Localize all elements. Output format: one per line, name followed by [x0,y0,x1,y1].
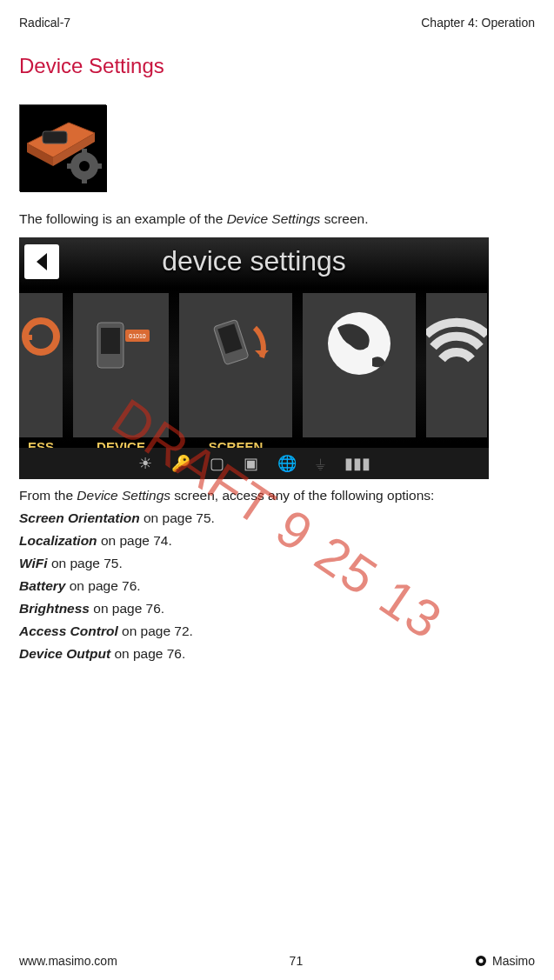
tile-wifi[interactable]: W [426,293,487,437]
svg-text:01010: 01010 [129,333,146,339]
option-access-control: Access Control on page 72. [19,623,535,639]
svg-rect-10 [93,163,102,169]
option-wifi: WiFi on page 75. [19,556,535,571]
option-device-output: Device Output on page 76. [19,646,535,662]
intro-post: screen. [320,211,368,226]
page-footer: www.masimo.com 71 Masimo [19,954,535,968]
header-right: Chapter 4: Operation [421,16,535,30]
svg-point-22 [478,959,483,963]
tile-screen-orientation[interactable]: SCREENORIENTATION [179,293,292,437]
options-intro: From the Device Settings screen, access … [19,488,535,503]
options-intro-em: Device Settings [77,488,170,503]
back-arrow-icon [30,250,54,274]
footer-url: www.masimo.com [19,954,117,968]
svg-rect-12 [23,335,32,340]
footer-brand: Masimo [475,954,535,968]
svg-point-6 [79,161,90,171]
tile-localization[interactable]: LOCALIZATION [303,293,416,437]
svg-rect-14 [101,328,120,354]
globe-icon [303,293,416,415]
svg-marker-19 [255,350,269,357]
svg-rect-4 [43,131,67,143]
back-button[interactable] [24,244,59,279]
device-settings-screenshot: device settings ESSTROL 01010 DEVICEOUTP… [19,237,489,479]
brightness-icon: ☀ [138,454,152,473]
footer-page-number: 71 [290,954,304,968]
device-icon: ▢ [210,454,224,473]
screenshot-status-bar: ☀ 🔑 ▢ ▣ 🌐 ⏚ ▮▮▮ [19,448,489,479]
intro-pre: The following is an example of the [19,211,227,226]
option-brightness: Brightness on page 76. [19,601,535,617]
section-title: Device Settings [19,54,535,78]
device-output-icon: 01010 [73,293,169,415]
svg-rect-8 [82,175,87,183]
key-icon [19,293,63,415]
page-root: Radical-7 Chapter 4: Operation Device Se… [0,0,554,980]
option-battery: Battery on page 76. [19,578,535,594]
header-left: Radical-7 [19,16,70,30]
wifi-icon [426,293,487,415]
masimo-logo-icon [475,955,487,967]
screenshot-title: device settings [162,245,346,277]
options-intro-post: screen, access any of the following opti… [170,488,434,503]
footer-brand-text: Masimo [492,954,535,968]
svg-rect-7 [82,149,87,157]
battery-status-icon: ▮▮▮ [344,454,370,473]
option-localization: Localization on page 74. [19,533,535,549]
tile-device-output[interactable]: 01010 DEVICEOUTPUT [73,293,169,437]
screenshot-titlebar: device settings [19,237,489,288]
svg-rect-9 [67,163,76,169]
lock-icon: 🔑 [171,454,190,473]
options-intro-pre: From the [19,488,77,503]
screen-orientation-icon [179,293,292,415]
intro-text: The following is an example of the Devic… [19,209,535,229]
intro-em: Device Settings [227,211,321,226]
tile-access-control[interactable]: ESSTROL [19,293,63,437]
screen-icon: ▣ [244,454,258,473]
page-header: Radical-7 Chapter 4: Operation [19,16,535,30]
screenshot-tiles-row: ESSTROL 01010 DEVICEOUTPUT [19,288,489,443]
wifi-status-icon: ⏚ [316,455,325,473]
globe-status-icon: 🌐 [277,454,297,473]
device-settings-icon [19,104,106,191]
option-screen-orientation: Screen Orientation on page 75. [19,510,535,526]
